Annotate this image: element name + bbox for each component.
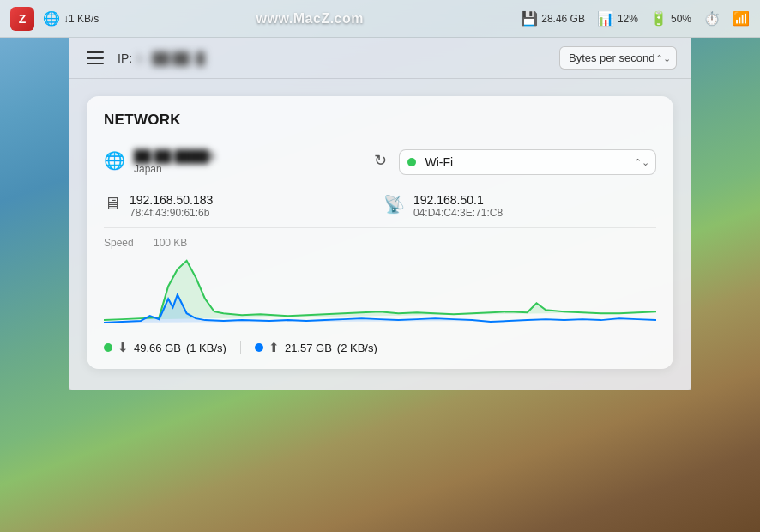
menubar: Z 🌐 ↓1 KB/s www.MacZ.com 💾 28.46 GB 📊 12… bbox=[0, 0, 760, 38]
router-mac-value: 04:D4:C4:3E:71:C8 bbox=[413, 207, 503, 219]
hamburger-line-1 bbox=[87, 51, 104, 54]
menubar-center: www.MacZ.com bbox=[99, 11, 521, 27]
chart-header: Speed 100 KB bbox=[104, 237, 656, 249]
wifi-selector-wrapper: Wi-Fi ⌃⌄ bbox=[399, 149, 657, 175]
memory-stat: 💾 28.46 GB bbox=[521, 10, 585, 27]
wifi-active-dot bbox=[407, 158, 416, 166]
download-dot bbox=[104, 343, 112, 352]
router-ip-cell: 📡 192.168.50.1 04:D4:C4:3E:71:C8 bbox=[383, 193, 656, 219]
download-speed: (1 KB/s) bbox=[186, 342, 226, 354]
speedometer-icon: ⏱️ bbox=[703, 10, 721, 27]
cpu-stat: 📊 12% bbox=[597, 10, 638, 27]
watermark: www.MacZ.com bbox=[256, 11, 364, 27]
local-ip-cell: 🖥 192.168.50.183 78:4f:43:90:61:6b bbox=[104, 193, 377, 219]
network-card: NETWORK 🌐 ██·██·████6 Japan ↻ Wi-Fi bbox=[87, 96, 673, 369]
global-ip-text-group: ██·██·████6 Japan bbox=[134, 149, 215, 175]
computer-icon: 🖥 bbox=[104, 194, 121, 214]
menubar-right: 💾 28.46 GB 📊 12% 🔋 50% ⏱️ 📶 bbox=[521, 10, 750, 27]
router-ip-text-group: 192.168.50.1 04:D4:C4:3E:71:C8 bbox=[413, 193, 503, 219]
upload-icon: ⬆ bbox=[268, 340, 280, 355]
network-info-row-2: 🖥 192.168.50.183 78:4f:43:90:61:6b 📡 192… bbox=[104, 184, 656, 228]
upload-dot bbox=[255, 343, 263, 352]
chart-section: Speed 100 KB ⬇ 49.66 bbox=[104, 237, 656, 355]
speed-chart bbox=[104, 252, 656, 329]
hamburger-button[interactable] bbox=[83, 48, 107, 69]
popup-window: IP: 1·· ██·██ ·█ Bytes per second Bits p… bbox=[69, 38, 691, 390]
router-icon: 📡 bbox=[383, 194, 405, 215]
unit-select[interactable]: Bytes per second Bits per second Auto bbox=[559, 46, 677, 70]
ip-display: IP: 1·· ██·██ ·█ bbox=[118, 51, 549, 65]
global-ip-region: Japan bbox=[134, 163, 215, 175]
wifi-menubar-icon: 📶 bbox=[733, 10, 750, 27]
cpu-icon: 📊 bbox=[597, 10, 614, 27]
global-ip-cell: 🌐 ██·██·████6 Japan bbox=[104, 149, 362, 175]
local-ip-value: 192.168.50.183 bbox=[130, 193, 213, 207]
global-ip-value: ██·██·████6 bbox=[134, 149, 215, 163]
app-icon[interactable]: Z bbox=[10, 7, 34, 31]
download-amount: 49.66 GB bbox=[134, 342, 181, 354]
network-info-row-1: 🌐 ██·██·████6 Japan ↻ Wi-Fi ⌃⌄ bbox=[104, 141, 656, 184]
hamburger-line-3 bbox=[87, 63, 104, 65]
download-icon: ⬇ bbox=[118, 340, 129, 355]
globe-icon: 🌐 bbox=[104, 150, 125, 171]
wifi-select[interactable]: Wi-Fi bbox=[399, 149, 657, 175]
battery-stat: 🔋 50% bbox=[650, 10, 691, 27]
refresh-button[interactable]: ↻ bbox=[369, 149, 392, 172]
unit-selector-wrapper: Bytes per second Bits per second Auto ⌃⌄ bbox=[559, 46, 677, 70]
network-icon: 🌐 bbox=[43, 10, 60, 27]
chart-speed-label: Speed bbox=[104, 237, 147, 249]
toolbar: IP: 1·· ██·██ ·█ Bytes per second Bits p… bbox=[69, 38, 691, 79]
menubar-left: Z 🌐 ↓1 KB/s bbox=[10, 7, 99, 31]
router-ip-value: 192.168.50.1 bbox=[413, 193, 503, 207]
chart-scale-value: 100 KB bbox=[154, 237, 187, 249]
download-line bbox=[104, 261, 656, 320]
card-title: NETWORK bbox=[104, 112, 656, 129]
chart-svg bbox=[104, 252, 656, 329]
content-area: NETWORK 🌐 ██·██·████6 Japan ↻ Wi-Fi bbox=[69, 79, 691, 390]
upload-stat: ⬆ 21.57 GB (2 KB/s) bbox=[255, 340, 377, 355]
hamburger-line-2 bbox=[87, 57, 104, 59]
local-ip-text-group: 192.168.50.183 78:4f:43:90:61:6b bbox=[130, 193, 213, 219]
memory-icon: 💾 bbox=[521, 10, 538, 27]
stats-divider bbox=[240, 341, 241, 354]
local-mac-value: 78:4f:43:90:61:6b bbox=[130, 207, 213, 219]
upload-amount: 21.57 GB bbox=[285, 342, 332, 354]
battery-icon: 🔋 bbox=[650, 10, 667, 27]
network-speed-stat: 🌐 ↓1 KB/s bbox=[43, 10, 99, 27]
download-stat: ⬇ 49.66 GB (1 KB/s) bbox=[104, 340, 226, 355]
upload-speed: (2 KB/s) bbox=[337, 342, 377, 354]
stats-row: ⬇ 49.66 GB (1 KB/s) ⬆ 21.57 GB (2 KB/s) bbox=[104, 336, 656, 355]
